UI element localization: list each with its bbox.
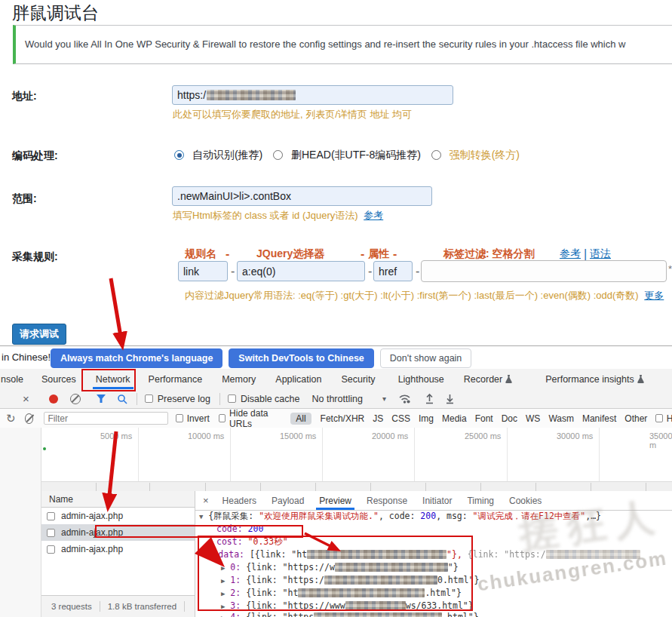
- rule-attr-input[interactable]: [373, 261, 413, 281]
- radio-force-convert[interactable]: [431, 150, 441, 160]
- strip-divider: [480, 483, 481, 491]
- json-sep: ,: [436, 511, 446, 521]
- scope-help-row: 填写Html标签的 class 或者 id (Jquery语法) 参考: [173, 209, 383, 223]
- tab-memory[interactable]: Memory: [215, 369, 262, 389]
- json-number: 200: [420, 511, 436, 521]
- rule-header-attr: 属性: [368, 247, 389, 261]
- filter-type-fetch-xhr[interactable]: Fetch/XHR: [321, 413, 365, 424]
- strip-divider: [591, 483, 591, 491]
- request-row[interactable]: admin-ajax.php: [41, 508, 195, 524]
- close-detail-icon[interactable]: ×: [203, 495, 209, 506]
- tab-application[interactable]: Application: [268, 369, 328, 389]
- request-row[interactable]: admin-ajax.php: [41, 541, 195, 557]
- scope-input[interactable]: [172, 186, 432, 206]
- detail-tab-payload[interactable]: Payload: [264, 492, 311, 510]
- filter-funnel-icon[interactable]: [96, 394, 106, 404]
- switch-devtools-chinese-button[interactable]: Switch DevTools to Chinese: [229, 348, 373, 368]
- network-conditions-icon[interactable]: [398, 393, 411, 404]
- filter-type-other[interactable]: Other: [624, 413, 647, 424]
- disable-cache-checkbox[interactable]: [228, 394, 236, 403]
- tab-recorder-label: Recorder: [464, 370, 502, 389]
- rules-reference-link[interactable]: 参考: [560, 247, 581, 261]
- rule-name-input[interactable]: [178, 261, 228, 281]
- filter-type-doc[interactable]: Doc: [502, 413, 517, 424]
- rule-header-name: 规则名: [185, 247, 216, 261]
- filter-type-wasm[interactable]: Wasm: [548, 413, 574, 424]
- export-har-icon[interactable]: [445, 393, 455, 404]
- detail-tab-response[interactable]: Response: [359, 492, 415, 510]
- collapsed-caret-icon[interactable]: ▶: [221, 614, 225, 617]
- address-input[interactable]: https:/: [172, 85, 453, 105]
- radio-auto-detect[interactable]: [174, 150, 184, 160]
- rules-more-link[interactable]: 更多: [644, 290, 664, 301]
- rule-dash: -: [231, 265, 235, 278]
- debug-request-button[interactable]: 请求调试: [12, 324, 66, 345]
- radio-del-head[interactable]: [273, 150, 283, 160]
- filter-type-media[interactable]: Media: [442, 413, 467, 424]
- close-icon[interactable]: ×: [23, 392, 29, 405]
- request-checkbox[interactable]: [47, 512, 55, 520]
- detail-tab-timing[interactable]: Timing: [459, 492, 502, 510]
- rule-selector-input[interactable]: [237, 261, 365, 281]
- tab-performance-insights[interactable]: Performance insights: [539, 369, 650, 389]
- filter-type-js[interactable]: JS: [373, 413, 383, 424]
- invert-checkbox[interactable]: [176, 414, 183, 422]
- json-link: {link: "https: [246, 612, 314, 617]
- clear-network-log-icon[interactable]: [70, 394, 81, 404]
- strip-divider: [260, 483, 261, 491]
- devtools-infobar: in Chinese! Always match Chrome's langua…: [0, 345, 672, 370]
- page-title: 胖鼠调试台: [12, 2, 99, 25]
- status-divider: [100, 601, 100, 612]
- throttling-select[interactable]: No throttling: [311, 394, 362, 404]
- annotation-box-network-tab: [81, 369, 136, 391]
- filter-type-all[interactable]: All: [290, 413, 311, 425]
- chevron-down-icon[interactable]: ▾: [382, 394, 386, 403]
- detail-tab-initiator[interactable]: Initiator: [415, 492, 459, 510]
- detail-tab-preview[interactable]: Preview: [311, 492, 359, 510]
- experiment-flask-icon: [637, 375, 644, 383]
- filter-type-manifest[interactable]: Manifest: [582, 413, 616, 424]
- strip-divider: [149, 483, 150, 491]
- rule-header-filter: 标签过滤: 空格分割: [443, 247, 535, 261]
- filter-input[interactable]: [44, 412, 168, 425]
- scope-reference-link[interactable]: 参考: [364, 210, 383, 221]
- infobar-buttons: Always match Chrome's language Switch De…: [51, 348, 477, 368]
- hide-data-urls-checkbox[interactable]: [219, 414, 226, 422]
- block-icon[interactable]: [25, 413, 34, 424]
- hide-data-urls-label: Hide data URLs: [229, 408, 281, 429]
- filter-type-font[interactable]: Font: [475, 413, 493, 424]
- refresh-icon[interactable]: ↻: [6, 412, 16, 425]
- always-match-language-button[interactable]: Always match Chrome's language: [51, 348, 222, 368]
- expand-caret-icon[interactable]: ▼: [199, 513, 203, 520]
- has-blocked-cookies-checkbox[interactable]: [655, 414, 662, 422]
- record-network-log-icon[interactable]: [49, 394, 58, 404]
- import-har-icon[interactable]: [425, 393, 434, 404]
- rules-help-row: 内容过滤Jquery常用语法: :eq(等于) :gt(大于) :lt(小于) …: [185, 289, 664, 302]
- json-link-end: .html"}: [442, 612, 478, 617]
- filter-type-img[interactable]: Img: [419, 413, 434, 424]
- tab-lighthouse[interactable]: Lighthouse: [391, 369, 451, 389]
- json-item-line[interactable]: ▶ 4: {link: "https.html"}: [221, 612, 479, 617]
- address-value: https:/: [177, 89, 206, 101]
- tab-sources[interactable]: Sources: [35, 369, 83, 389]
- tab-recorder[interactable]: Recorder: [457, 369, 519, 389]
- json-index: 4:: [230, 612, 246, 617]
- name-header-label: Name: [49, 494, 73, 505]
- filter-type-ws[interactable]: WS: [526, 413, 540, 424]
- search-icon[interactable]: [117, 394, 127, 404]
- json-key: 胖鼠采集:: [213, 511, 259, 521]
- request-checkbox[interactable]: [47, 545, 55, 554]
- dont-show-again-button[interactable]: Don't show again: [380, 348, 472, 368]
- censored-url-mosaic: [207, 90, 296, 100]
- tab-security[interactable]: Security: [334, 369, 382, 389]
- request-checkbox[interactable]: [47, 529, 55, 537]
- rules-syntax-link[interactable]: 语法: [590, 247, 611, 261]
- requests-name-header[interactable]: Name: [41, 491, 195, 508]
- rule-tag-filter-input[interactable]: [421, 260, 667, 282]
- preserve-log-checkbox[interactable]: [145, 394, 153, 403]
- strip-divider: [96, 483, 97, 491]
- tab-performance[interactable]: Performance: [142, 369, 210, 389]
- tab-console[interactable]: nsole: [0, 369, 30, 389]
- filter-type-css[interactable]: CSS: [391, 413, 410, 424]
- detail-tab-headers[interactable]: Headers: [215, 492, 264, 510]
